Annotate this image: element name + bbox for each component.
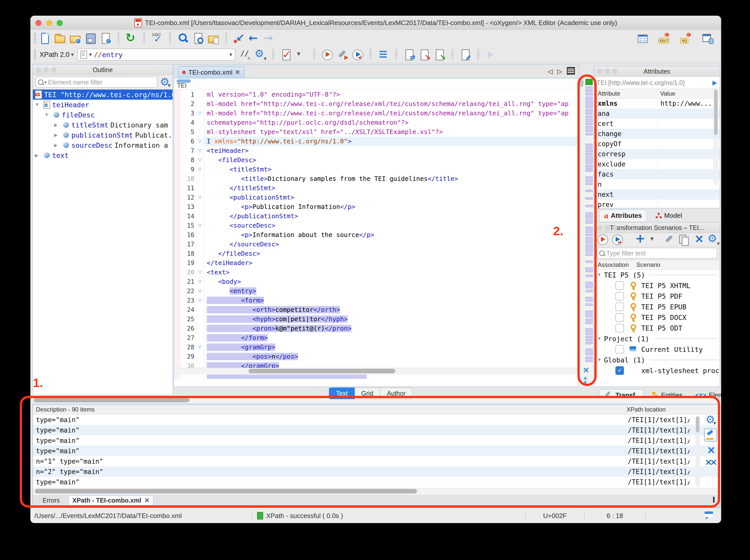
xpath-expression-input[interactable]: ▾ // entry ▾ [77,48,235,61]
result-row[interactable]: type="main"/TEI[1]/text[1]/bod [33,446,719,456]
outline-item[interactable]: TEI "http://www.tei-c.org/ns/1.0" [33,89,173,100]
code-line[interactable]: 1ml version="1.0" encoding="UTF-8"?> [174,90,579,99]
attribute-row[interactable]: corresp [594,149,719,159]
tab-attributes[interactable]: a Attributes [599,209,647,221]
code-line[interactable]: 10 <title>Dictionary samples from the TE… [174,174,579,183]
result-row[interactable]: n="1" type="main"/TEI[1]/text[1]/bod [33,456,719,466]
element-combo[interactable]: TEI [http://www.tei-c.org/ns/1.0] ▶ [594,77,719,89]
attribute-row[interactable]: exclude [594,159,719,169]
attributes-panel-header[interactable]: Attributes [594,66,719,77]
x-del-icon[interactable] [693,234,705,245]
xq-debug-icon[interactable] [680,33,692,44]
attribute-row[interactable]: n [594,179,719,189]
result-row[interactable]: type="main"/TEI[1]/text[1]/bod [33,435,719,446]
next-tab-icon[interactable]: ▷ [557,67,562,75]
code-line[interactable]: 6▽I xmlns="http://www.tei-c.org/ns/1.0"> [174,137,579,146]
scenario-item[interactable]: TEI P5 PDF [594,291,719,301]
chevron-down-icon[interactable]: ▼ [597,357,601,362]
promote-red-icon[interactable] [418,49,430,60]
chevron-right-icon[interactable]: ▶ [35,153,41,158]
attribute-row[interactable]: cert [594,119,719,129]
scenarios-panel-header[interactable]: Transformation Scenarios – TEI... [594,223,719,233]
validate-icon[interactable] [280,49,292,60]
back-icon[interactable] [249,33,260,44]
code-line[interactable]: 9▽ <titleStmt> [174,165,579,174]
code-line[interactable]: 25 <hyph>com|peti|tor</hyph> [174,314,579,324]
search-doc-icon[interactable] [192,33,204,44]
fold-toggle-icon[interactable]: ▽ [196,157,204,163]
attribute-row[interactable]: change [594,129,719,139]
fold-toggle-icon[interactable]: ▽ [196,344,204,350]
code-line[interactable]: 20▽<text> [174,267,579,277]
open-url-icon[interactable] [69,33,81,44]
fold-toggle-icon[interactable]: ▽ [196,148,204,153]
chevron-right-icon[interactable]: ▶ [54,133,61,138]
attribute-row[interactable]: prev [594,200,719,209]
attribute-row[interactable]: facs [594,169,719,179]
view-list-icon[interactable] [713,497,715,503]
code-line[interactable]: 14 </publicationStmt> [174,212,579,221]
fold-toggle-icon[interactable]: ▽ [196,279,204,284]
attribute-column-header[interactable]: Attribute [594,90,657,97]
scenario-group[interactable]: ▼Global (1) [594,355,719,365]
fold-toggle-icon[interactable]: ▽ [196,269,204,275]
scenario-checkbox[interactable] [615,281,624,290]
code-line[interactable]: 23▽ <form> [174,296,579,305]
editor-horizontal-scrollbar[interactable] [174,368,579,375]
code-line[interactable]: 13 <p>Publication Information</p> [174,202,579,212]
chevron-down-icon[interactable]: ▼ [35,102,41,107]
code-line[interactable]: 2ml-model href="http://www.tei-c.org/rel… [174,99,579,108]
scenario-checkbox[interactable] [615,313,624,322]
xpath-version-label[interactable]: XPath 2.0 [39,51,70,59]
slash-star-icon[interactable] [239,49,251,60]
scenario-item[interactable]: TEI P5 EPUB [594,301,719,312]
play-icon[interactable]: ▶ [713,79,717,86]
close-icon[interactable]: ✕ [235,69,240,76]
results-description-header[interactable]: Description - 90 items [33,406,95,413]
code-line[interactable]: 24 <orth>competitor</orth> [174,305,579,314]
code-line[interactable]: 8▽ <fileDesc> [174,155,579,165]
chevron-down-icon[interactable]: ▼ [44,112,51,117]
outline-item[interactable]: ▶publicationStmtPublicat. [33,130,173,140]
code-line[interactable]: 21▽ <body> [174,277,579,286]
tab-list-icon[interactable] [567,67,575,75]
scenario-group[interactable]: ▼Project (1) [594,333,719,344]
fold-toggle-icon[interactable]: ▽ [196,111,204,116]
plus-icon[interactable] [634,234,646,245]
xpath-history-icon[interactable] [80,51,87,59]
chevron-down-icon[interactable]: ▾ [44,80,46,85]
apply-transform-icon[interactable] [403,49,415,60]
spellcheck-icon[interactable] [151,33,163,44]
mode-tab-author[interactable]: Author [380,387,413,399]
code-line[interactable]: 4schematypens="http://purl.oclc.org/dsdl… [174,118,579,127]
scenario-item[interactable]: ✓xml-stylesheet proc.. [594,365,719,376]
tab-errors[interactable]: Errors [39,496,63,505]
attribute-row[interactable]: next [594,189,719,200]
outline-item[interactable]: ▶text [33,150,173,160]
xslt-debug-icon[interactable] [658,33,670,44]
mode-tab-grid[interactable]: Grid [355,387,380,399]
run-icon[interactable] [597,234,608,245]
outline-item[interactable]: ▶titleStmtDictionary sam [33,120,173,130]
scenario-checkbox[interactable] [615,302,624,311]
results-xpath-header[interactable]: XPath location [627,406,666,413]
value-column-header[interactable]: Value [657,90,675,97]
code-line[interactable]: 15▽ <sourceDesc> [174,221,579,230]
code-line[interactable]: 29 <pos>n</pos> [174,352,579,361]
scenario-filter-input[interactable] [606,249,715,257]
code-line[interactable]: 26 <pron>k@m"petit@(r)</pron> [174,324,579,333]
attribute-row[interactable]: ana [594,108,719,119]
last-edit-icon[interactable] [233,33,245,44]
fold-toggle-icon[interactable]: ▽ [196,195,204,200]
debug-run-icon[interactable] [611,234,623,245]
chevron-down-icon[interactable]: ▾ [89,51,92,58]
scenario-checkbox[interactable] [615,292,624,300]
attributes-scrollbar[interactable] [714,89,718,185]
editor-tab[interactable]: TEI-combo.xml ✕ [178,66,245,78]
code-line[interactable]: 16 <p>Information about the source</p> [174,230,579,240]
run-icon[interactable] [321,49,333,60]
remove-result-icon[interactable] [705,445,716,454]
scenarios-filter-field[interactable] [597,247,717,259]
chevron-right-icon[interactable]: ▶ [54,122,61,128]
chevron-right-icon[interactable]: ▶ [54,143,61,148]
